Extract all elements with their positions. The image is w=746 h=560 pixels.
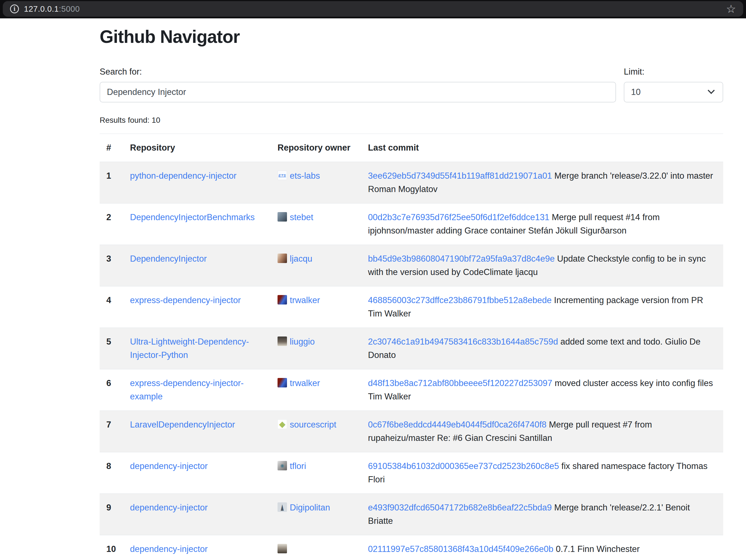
table-row: 9 dependency-injector ▲Digipolitan e493f… bbox=[99, 494, 723, 535]
row-number: 2 bbox=[99, 203, 123, 245]
row-number: 6 bbox=[99, 369, 123, 411]
limit-field-group: Limit: 10 bbox=[624, 67, 723, 102]
owner-link[interactable]: tflori bbox=[290, 461, 306, 471]
page-title: Github Navigator bbox=[99, 27, 723, 47]
repo-link[interactable]: DependencyInjector bbox=[130, 254, 207, 264]
avatar-glyph: ◆ bbox=[279, 420, 285, 429]
url-text[interactable]: 127.0.0.1:5000 bbox=[24, 4, 80, 13]
stebet-photo-avatar bbox=[278, 212, 287, 222]
repo-link[interactable]: python-dependency-injector bbox=[130, 171, 237, 181]
commit-hash-link[interactable]: 468856003c273dffce23b86791fbbe512a8ebede bbox=[368, 295, 552, 305]
header-last-commit: Last commit bbox=[361, 134, 723, 162]
repo-link[interactable]: dependency-injector bbox=[130, 461, 208, 471]
repo-link[interactable]: DependencyInjectorBenchmarks bbox=[130, 212, 255, 222]
commit-hash-link[interactable]: 2c30746c1a91b4947583416c833b1644a85c759d bbox=[368, 337, 558, 347]
repo-cell: DependencyInjectorBenchmarks bbox=[123, 203, 271, 245]
row-number: 8 bbox=[99, 452, 123, 494]
repo-cell: Ultra-Lightweight-Dependency-Injector-Py… bbox=[123, 328, 271, 369]
repo-link[interactable]: dependency-injector bbox=[130, 544, 208, 554]
owner-break bbox=[278, 556, 355, 560]
commit-hash-link[interactable]: 69105384b61032d000365ee737cd2523b260c8e5 bbox=[368, 461, 559, 471]
avatar-glyph: ▲ bbox=[280, 502, 285, 512]
header-repository: Repository bbox=[123, 134, 271, 162]
commit-hash-link[interactable]: e493f9032dfcd65047172b682e8b6eaf22c5bda9 bbox=[368, 503, 552, 512]
owner-link[interactable]: liuggio bbox=[290, 337, 315, 347]
owner-cell: trwalker bbox=[271, 369, 361, 411]
repo-link[interactable]: express-dependency-injector bbox=[130, 295, 241, 305]
limit-label: Limit: bbox=[624, 67, 723, 77]
commit-hash-link[interactable]: 02111997e57c85801368f43a10d45f409e266e0b bbox=[368, 544, 553, 554]
owner-link[interactable]: trwalker bbox=[290, 378, 320, 388]
repo-link[interactable]: LaravelDependencyInjector bbox=[130, 420, 235, 430]
search-input[interactable] bbox=[99, 82, 616, 102]
table-row: 2 DependencyInjectorBenchmarks stebet 00… bbox=[99, 203, 723, 245]
table-row: 1 python-dependency-injector ETSets-labs… bbox=[99, 162, 723, 203]
site-info-icon[interactable]: i bbox=[10, 4, 19, 13]
liuggio-photo-avatar bbox=[278, 336, 287, 346]
search-form: Search for: Limit: 10 bbox=[99, 67, 723, 102]
ets-labs-logo-avatar: ETS bbox=[278, 171, 287, 180]
limit-select[interactable]: 10 bbox=[624, 82, 723, 102]
bookmark-star-icon[interactable]: ☆ bbox=[726, 3, 736, 14]
trwalker-ninja-avatar bbox=[278, 378, 287, 387]
repo-link[interactable]: Ultra-Lightweight-Dependency-Injector-Py… bbox=[130, 337, 249, 360]
avatar-glyph: ◉ bbox=[280, 464, 284, 468]
digipolitan-tower-avatar: ▲ bbox=[278, 502, 287, 512]
row-number: 10 bbox=[99, 535, 123, 560]
browser-chrome: i 127.0.0.1:5000 ☆ bbox=[0, 0, 746, 18]
results-summary: Results found: 10 bbox=[99, 116, 723, 125]
header-num: # bbox=[99, 134, 123, 162]
commit-cell: bb45d9e3b98608047190bf72a95fa9a37d8c4e9e… bbox=[361, 245, 723, 286]
row-number: 1 bbox=[99, 162, 123, 203]
owner-link[interactable]: Digipolitan bbox=[290, 503, 330, 512]
commit-message: 0.7.1 Finn Winchester bbox=[553, 544, 640, 554]
owner-link[interactable]: trwalker bbox=[290, 295, 320, 305]
repo-cell: express-dependency-injector bbox=[123, 286, 271, 328]
owner-cell: ETSets-labs bbox=[271, 162, 361, 203]
sourcescript-diamond-avatar: ◆ bbox=[278, 419, 287, 429]
commit-cell: 00d2b3c7e76935d76f25ee50f6d1f2ef6ddce131… bbox=[361, 203, 723, 245]
repo-cell: express-dependency-injector-example bbox=[123, 369, 271, 411]
tflori-eye-avatar: ◉ bbox=[278, 461, 287, 470]
owner-link[interactable]: ljacqu bbox=[290, 254, 312, 264]
table-row: 10 dependency-injector FinnWinchester 02… bbox=[99, 535, 723, 560]
header-repository-owner: Repository owner bbox=[271, 134, 361, 162]
owner-link[interactable]: sourcescript bbox=[290, 420, 336, 430]
owner-cell: ljacqu bbox=[271, 245, 361, 286]
repo-cell: dependency-injector bbox=[123, 535, 271, 560]
url-port: :5000 bbox=[59, 4, 80, 13]
commit-cell: 2c30746c1a91b4947583416c833b1644a85c759d… bbox=[361, 328, 723, 369]
page-content: Github Navigator Search for: Limit: 10 R… bbox=[0, 27, 746, 560]
trwalker-ninja-avatar bbox=[278, 295, 287, 304]
owner-cell: ▲Digipolitan bbox=[271, 494, 361, 535]
repo-cell: python-dependency-injector bbox=[123, 162, 271, 203]
commit-cell: 02111997e57c85801368f43a10d45f409e266e0b… bbox=[361, 535, 723, 560]
commit-hash-link[interactable]: 0c67f6be8eddcd4449eb4044f5df0ca26f4740f8 bbox=[368, 420, 546, 430]
repo-cell: dependency-injector bbox=[123, 452, 271, 494]
repo-link[interactable]: express-dependency-injector-example bbox=[130, 378, 243, 401]
commit-cell: e493f9032dfcd65047172b682e8b6eaf22c5bda9… bbox=[361, 494, 723, 535]
table-row: 6 express-dependency-injector-example tr… bbox=[99, 369, 723, 411]
repo-cell: dependency-injector bbox=[123, 494, 271, 535]
table-row: 3 DependencyInjector ljacqu bb45d9e3b986… bbox=[99, 245, 723, 286]
owner-cell: ◆sourcescript bbox=[271, 411, 361, 452]
results-table: # Repository Repository owner Last commi… bbox=[99, 134, 723, 560]
table-header-row: # Repository Repository owner Last commi… bbox=[99, 134, 723, 162]
commit-hash-link[interactable]: 3ee629eb5d7349d55f41b119aff81dd219071a01 bbox=[368, 171, 552, 181]
owner-cell: stebet bbox=[271, 203, 361, 245]
commit-cell: 3ee629eb5d7349d55f41b119aff81dd219071a01… bbox=[361, 162, 723, 203]
owner-cell: trwalker bbox=[271, 286, 361, 328]
address-bar[interactable]: i 127.0.0.1:5000 ☆ bbox=[3, 1, 743, 17]
table-row: 5 Ultra-Lightweight-Dependency-Injector-… bbox=[99, 328, 723, 369]
commit-cell: 69105384b61032d000365ee737cd2523b260c8e5… bbox=[361, 452, 723, 494]
finnwinchester-photo-avatar bbox=[278, 544, 287, 553]
commit-hash-link[interactable]: bb45d9e3b98608047190bf72a95fa9a37d8c4e9e bbox=[368, 254, 555, 264]
owner-link[interactable]: ets-labs bbox=[290, 171, 320, 181]
commit-hash-link[interactable]: d48f13be8ac712abf80bbeeee5f120227d253097 bbox=[368, 378, 552, 388]
table-row: 4 express-dependency-injector trwalker 4… bbox=[99, 286, 723, 328]
repo-link[interactable]: dependency-injector bbox=[130, 503, 208, 512]
owner-cell: liuggio bbox=[271, 328, 361, 369]
owner-link[interactable]: stebet bbox=[290, 212, 313, 222]
commit-hash-link[interactable]: 00d2b3c7e76935d76f25ee50f6d1f2ef6ddce131 bbox=[368, 212, 549, 222]
row-number: 5 bbox=[99, 328, 123, 369]
